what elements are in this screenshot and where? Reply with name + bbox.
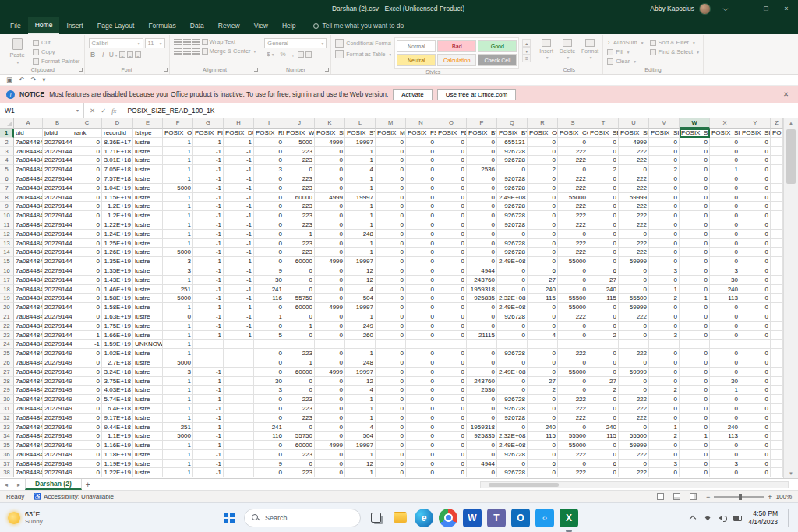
cell-W18[interactable]: 0 (680, 285, 710, 294)
cell-V16[interactable]: 3 (649, 266, 680, 276)
cell-X17[interactable]: 30 (710, 276, 740, 285)
cell-R29[interactable]: 2 (528, 386, 558, 395)
cell-P17[interactable]: 243760 (467, 276, 497, 285)
cell-H26[interactable] (224, 358, 254, 368)
use-free-button[interactable]: Use free at Office.com (437, 89, 516, 100)
cell-Z28[interactable] (771, 377, 783, 386)
cell-H13[interactable]: -1 (224, 239, 254, 248)
cell-Q28[interactable]: 0 (497, 377, 528, 386)
cell-R6[interactable]: 0 (528, 174, 558, 184)
cell-Y16[interactable]: 0 (740, 266, 771, 276)
cell-M25[interactable]: 0 (376, 349, 406, 358)
cell-Q17[interactable]: 0 (497, 276, 528, 285)
cell-L7[interactable]: 1 (345, 184, 376, 193)
cell-G19[interactable]: -1 (193, 294, 224, 303)
cell-R12[interactable]: 0 (528, 230, 558, 239)
cell-E2[interactable]: lustre (133, 138, 163, 147)
formula-input[interactable]: POSIX_SIZE_READ_100_1K (122, 103, 798, 118)
cell-W16[interactable]: 0 (680, 266, 710, 276)
cell-H37[interactable] (224, 460, 254, 469)
cell-G15[interactable]: -1 (193, 257, 224, 266)
cell-P10[interactable]: 0 (467, 211, 497, 220)
cell-O35[interactable]: 0 (436, 441, 467, 450)
cell-Q12[interactable]: 0 (497, 230, 528, 239)
row-header-29[interactable]: 29 (0, 386, 14, 395)
cell-X35[interactable]: 0 (710, 441, 740, 450)
cell-U21[interactable]: 222 (619, 312, 649, 322)
cell-B30[interactable]: 20279149 (43, 395, 72, 404)
cell-M33[interactable]: 0 (376, 423, 406, 432)
cell-B17[interactable]: 20279144 (43, 276, 72, 285)
cell-J38[interactable]: 223 (284, 468, 315, 477)
cell-B29[interactable]: 20279149 (43, 386, 72, 395)
cell-N5[interactable]: 0 (406, 165, 436, 174)
cell-M21[interactable]: 0 (376, 312, 406, 322)
cell-W24[interactable] (680, 340, 710, 349)
cell-I23[interactable]: 5 (254, 331, 284, 340)
tab-insert[interactable]: Insert (59, 17, 90, 34)
cell-L11[interactable]: 1 (345, 220, 376, 230)
cell-V14[interactable]: 0 (649, 248, 680, 257)
cell-Q1[interactable]: POSIX_BY (497, 129, 528, 138)
cell-J7[interactable]: 223 (284, 184, 315, 193)
cell-I25[interactable]: 0 (254, 349, 284, 358)
cell-Q27[interactable]: 2.49E+08 (497, 368, 528, 377)
cell-L34[interactable]: 504 (345, 432, 376, 441)
row-header-11[interactable]: 11 (0, 220, 14, 230)
sort-filter-button[interactable]: Sort & Filter (650, 38, 699, 47)
cell-B27[interactable]: 20279149 (43, 368, 72, 377)
column-header-T[interactable]: T (588, 118, 619, 129)
cell-K1[interactable]: POSIX_SEE (315, 129, 345, 138)
cell-F23[interactable]: 1 (163, 331, 193, 340)
cell-T1[interactable]: POSIX_SEQ (588, 129, 619, 138)
cell-C18[interactable]: 0 (72, 285, 102, 294)
sheet-nav-right-icon[interactable]: ▸ (12, 479, 25, 490)
cell-M2[interactable]: 0 (376, 138, 406, 147)
cell-T33[interactable]: 240 (588, 423, 619, 432)
cell-X15[interactable]: 0 (710, 257, 740, 266)
cell-A7[interactable]: 7a084484 (14, 184, 43, 193)
cell-M32[interactable]: 0 (376, 414, 406, 423)
align-middle-icon[interactable] (183, 39, 191, 45)
cell-M7[interactable]: 0 (376, 184, 406, 193)
cell-S30[interactable]: 222 (558, 395, 588, 404)
cell-D25[interactable]: 1.02E+18 (102, 349, 133, 358)
cell-C25[interactable]: 0 (72, 349, 102, 358)
cell-W12[interactable]: 0 (680, 230, 710, 239)
column-header-A[interactable]: A (14, 118, 43, 129)
cell-T7[interactable]: 0 (588, 184, 619, 193)
cell-C32[interactable]: 0 (72, 414, 102, 423)
row-header-21[interactable]: 21 (0, 312, 14, 322)
cell-G26[interactable] (193, 358, 224, 368)
cell-A31[interactable]: 7a084484 (14, 404, 43, 414)
cell-F14[interactable]: 5000 (163, 248, 193, 257)
decrease-decimal-icon[interactable] (305, 51, 312, 58)
cell-O29[interactable]: 0 (436, 386, 467, 395)
cell-X7[interactable]: 0 (710, 184, 740, 193)
zoom-level[interactable]: 100% (776, 493, 792, 500)
cell-S5[interactable]: 0 (558, 165, 588, 174)
undo-icon[interactable]: ↶ (19, 76, 24, 83)
row-header-6[interactable]: 6 (0, 174, 14, 184)
alignment-dialog-launcher-icon[interactable] (254, 68, 258, 72)
cell-L26[interactable]: 248 (345, 358, 376, 368)
row-header-17[interactable]: 17 (0, 276, 14, 285)
conditional-formatting-button[interactable]: Conditional Formatting (335, 39, 391, 48)
cell-O12[interactable]: 0 (436, 230, 467, 239)
cell-U19[interactable]: 55500 (619, 294, 649, 303)
cell-M18[interactable]: 0 (376, 285, 406, 294)
cell-L6[interactable]: 1 (345, 174, 376, 184)
cell-S24[interactable] (558, 340, 588, 349)
insert-cells-button[interactable]: Insert (539, 39, 553, 60)
cell-O5[interactable]: 0 (436, 165, 467, 174)
cell-D10[interactable]: 1.2E+19 (102, 211, 133, 220)
cell-L5[interactable]: 4 (345, 165, 376, 174)
cell-M4[interactable]: 0 (376, 156, 406, 165)
cell-R28[interactable]: 27 (528, 377, 558, 386)
cell-O25[interactable]: 0 (436, 349, 467, 358)
cell-S12[interactable]: 0 (558, 230, 588, 239)
cell-R22[interactable]: 0 (528, 322, 558, 331)
cell-Y2[interactable]: 0 (740, 138, 771, 147)
cell-F30[interactable]: 1 (163, 395, 193, 404)
cell-G2[interactable]: -1 (193, 138, 224, 147)
